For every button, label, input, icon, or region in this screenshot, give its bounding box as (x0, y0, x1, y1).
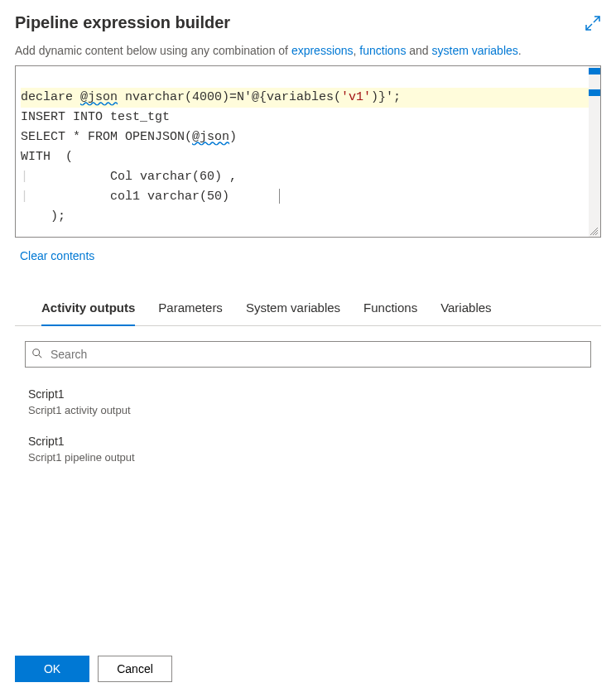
page-title: Pipeline expression builder (15, 13, 230, 32)
resize-handle-icon[interactable] (589, 225, 599, 235)
code-area[interactable]: declare @json nvarchar(4000)=N'@{variabl… (16, 66, 600, 237)
editor-scrollbar[interactable] (589, 66, 600, 237)
scroll-mark (589, 89, 600, 96)
text-cursor-icon (279, 189, 280, 204)
search-container (25, 341, 591, 368)
help-sep2: and (406, 44, 431, 57)
list-item[interactable]: Script1 Script1 pipeline output (28, 435, 601, 464)
tab-variables[interactable]: Variables (440, 292, 491, 326)
item-subtitle: Script1 pipeline output (28, 451, 601, 464)
tab-bar: Activity outputs Parameters System varia… (15, 292, 601, 326)
tab-system-variables[interactable]: System variables (246, 292, 340, 326)
link-functions[interactable]: functions (359, 44, 406, 57)
expression-editor[interactable]: declare @json nvarchar(4000)=N'@{variabl… (15, 65, 601, 238)
svg-point-0 (33, 349, 40, 356)
item-subtitle: Script1 activity output (28, 404, 601, 416)
help-suffix: . (518, 44, 522, 57)
item-title: Script1 (28, 387, 601, 401)
ok-button[interactable]: OK (15, 656, 89, 682)
list-item[interactable]: Script1 Script1 activity output (28, 387, 601, 416)
search-input[interactable] (25, 341, 591, 368)
clear-contents-link[interactable]: Clear contents (20, 249, 94, 262)
footer-buttons: OK Cancel (15, 656, 172, 682)
scroll-mark (589, 68, 600, 75)
cancel-button[interactable]: Cancel (98, 656, 172, 682)
search-icon (31, 348, 43, 359)
tab-activity-outputs[interactable]: Activity outputs (41, 292, 135, 326)
help-text: Add dynamic content below using any comb… (15, 44, 601, 57)
help-prefix: Add dynamic content below using any comb… (15, 44, 291, 57)
item-title: Script1 (28, 435, 601, 448)
tab-parameters[interactable]: Parameters (158, 292, 223, 326)
svg-line-1 (39, 355, 42, 358)
tab-functions[interactable]: Functions (363, 292, 417, 326)
activity-output-list: Script1 Script1 activity output Script1 … (15, 387, 601, 464)
expand-icon[interactable] (585, 15, 601, 31)
link-system-variables[interactable]: system variables (432, 44, 518, 57)
link-expressions[interactable]: expressions (291, 44, 354, 57)
